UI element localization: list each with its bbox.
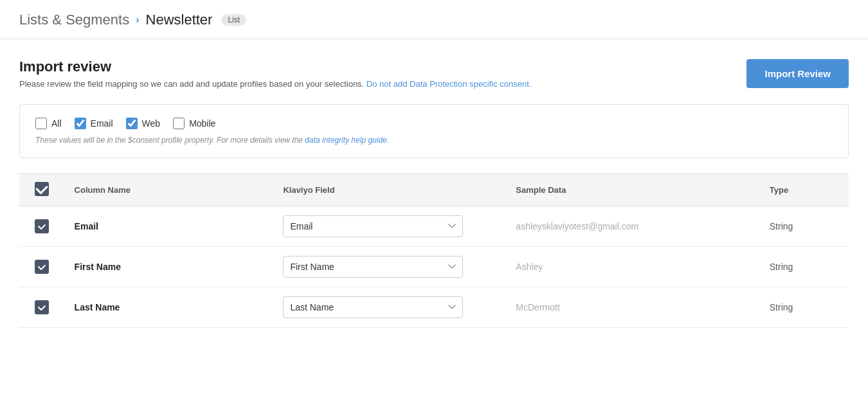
row-type: String: [759, 206, 849, 247]
row-sample-data: Ashley: [505, 247, 759, 287]
import-subtitle: Please review the field mapping so we ca…: [19, 79, 531, 89]
main-content: Import review Please review the field ma…: [0, 39, 868, 328]
import-review-button[interactable]: Import Review: [746, 59, 849, 88]
consent-checkbox-mobile[interactable]: [173, 118, 185, 129]
consent-checkbox-web[interactable]: [126, 118, 138, 129]
header-check-icon[interactable]: [35, 182, 49, 196]
row-checkbox-cell: [19, 247, 64, 287]
header-type: Type: [759, 174, 849, 206]
import-title: Import review: [19, 59, 531, 75]
header-checkbox-cell: [19, 174, 64, 206]
row-klaviyo-field-select[interactable]: Email First Name Last Name: [283, 215, 463, 237]
data-integrity-link[interactable]: data integrity help guide: [305, 136, 386, 145]
import-title-block: Import review Please review the field ma…: [19, 59, 531, 89]
row-klaviyo-field-select[interactable]: Email First Name Last Name: [283, 256, 463, 278]
breadcrumb-current-page: Newsletter: [146, 12, 213, 28]
breadcrumb-separator-icon: ›: [136, 14, 139, 26]
breadcrumb: Lists & Segments › Newsletter List: [0, 0, 868, 39]
row-check-icon[interactable]: [35, 260, 49, 274]
table-row: Last Name Email First Name Last Name McD…: [19, 287, 849, 328]
mapping-table: Column Name Klaviyo Field Sample Data Ty…: [19, 174, 849, 328]
header-column-name: Column Name: [64, 174, 273, 206]
consent-link[interactable]: Do not add Data Protection specific cons…: [366, 79, 532, 89]
consent-label-web: Web: [142, 118, 161, 129]
consent-checkbox-all[interactable]: [35, 118, 47, 129]
import-header: Import review Please review the field ma…: [19, 59, 849, 89]
breadcrumb-badge: List: [221, 14, 246, 26]
consent-checkboxes: All Email Web Mobile: [35, 118, 833, 129]
row-klaviyo-field-cell: Email First Name Last Name: [273, 287, 505, 328]
import-subtitle-text: Please review the field mapping so we ca…: [19, 79, 364, 89]
row-sample-data: McDermott: [505, 287, 759, 328]
row-column-name: First Name: [64, 247, 273, 287]
row-klaviyo-field-cell: Email First Name Last Name: [273, 206, 505, 247]
breadcrumb-parent-link[interactable]: Lists & Segments: [19, 12, 129, 28]
consent-box: All Email Web Mobile These values will b…: [19, 104, 849, 158]
row-sample-data: ashleysklaviyotest@gmail.com: [505, 206, 759, 247]
consent-item-mobile[interactable]: Mobile: [173, 118, 215, 129]
row-type: String: [759, 287, 849, 328]
table-row: Email Email First Name Last Name ashleys…: [19, 206, 849, 247]
table-row: First Name Email First Name Last Name As…: [19, 247, 849, 287]
consent-item-all[interactable]: All: [35, 118, 62, 129]
consent-checkbox-email[interactable]: [75, 118, 86, 129]
consent-item-email[interactable]: Email: [75, 118, 113, 129]
row-check-icon[interactable]: [35, 300, 49, 314]
row-type: String: [759, 247, 849, 287]
consent-label-all: All: [51, 118, 62, 129]
table-header: Column Name Klaviyo Field Sample Data Ty…: [19, 174, 849, 206]
consent-item-web[interactable]: Web: [126, 118, 161, 129]
consent-note: These values will be in the $consent pro…: [35, 136, 833, 145]
row-column-name: Last Name: [64, 287, 273, 328]
row-klaviyo-field-cell: Email First Name Last Name: [273, 247, 505, 287]
table-body: Email Email First Name Last Name ashleys…: [19, 206, 849, 328]
row-column-name: Email: [64, 206, 273, 247]
consent-label-mobile: Mobile: [189, 118, 215, 129]
row-checkbox-cell: [19, 287, 64, 328]
consent-label-email: Email: [91, 118, 113, 129]
row-check-icon[interactable]: [35, 219, 49, 233]
consent-note-text: These values will be in the $consent pro…: [35, 136, 303, 145]
row-checkbox-cell: [19, 206, 64, 247]
header-sample-data: Sample Data: [505, 174, 759, 206]
row-klaviyo-field-select[interactable]: Email First Name Last Name: [283, 296, 463, 318]
header-klaviyo-field: Klaviyo Field: [273, 174, 505, 206]
